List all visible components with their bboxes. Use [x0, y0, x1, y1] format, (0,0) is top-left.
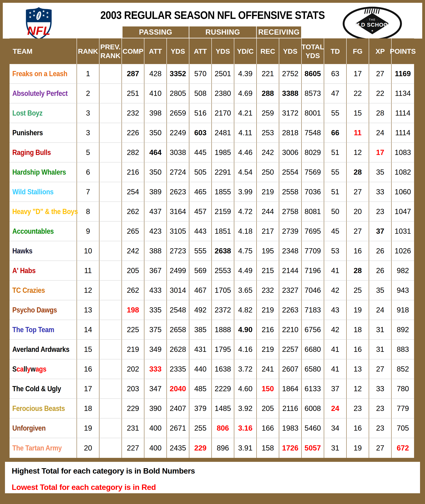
stat-cell: 569 — [189, 261, 212, 281]
stat-cell: 158 — [257, 438, 279, 458]
stat-cell: 1888 — [212, 320, 234, 340]
stat-cell: 205 — [257, 399, 279, 418]
stat-cell: 467 — [189, 281, 212, 300]
stat-cell: 4.75 — [234, 241, 257, 261]
stat-cell: 1026 — [392, 241, 414, 261]
stat-cell: 232 — [257, 281, 279, 300]
stat-cell: 4.21 — [234, 103, 257, 123]
team-name: Freaks on a Leash — [12, 70, 67, 78]
prev-rank-cell — [100, 379, 122, 399]
stat-cell: 17 — [347, 64, 369, 84]
stat-cell: 1638 — [212, 359, 234, 379]
stat-cell: 2257 — [279, 340, 302, 359]
stat-cell: 28 — [347, 162, 369, 182]
stat-cell: 47 — [324, 84, 347, 103]
stat-cell: 6680 — [302, 340, 324, 359]
stat-cell: 2499 — [167, 261, 189, 281]
rank-cell: 5 — [77, 143, 100, 162]
team-name: The Top Team — [12, 325, 54, 334]
stat-cell: 431 — [189, 340, 212, 359]
prev-rank-cell — [100, 182, 122, 202]
stat-cell: 3388 — [279, 84, 302, 103]
stat-cell: 2144 — [279, 261, 302, 281]
stat-cell: 63 — [324, 64, 347, 84]
team-cell: TC Crazies — [10, 281, 77, 300]
stat-cell: 227 — [122, 438, 144, 458]
stat-cell: 555 — [189, 241, 212, 261]
stat-cell: 226 — [122, 123, 144, 143]
stat-cell: 215 — [257, 261, 279, 281]
stat-cell: 982 — [392, 261, 414, 281]
stat-cell: 12 — [347, 379, 369, 399]
stat-cell: 251 — [122, 84, 144, 103]
stat-cell: 219 — [257, 182, 279, 202]
stat-cell: 3.72 — [234, 359, 257, 379]
stat-cell: 1114 — [392, 103, 414, 123]
stat-cell: 4.69 — [234, 84, 257, 103]
stat-cell: 66 — [324, 123, 347, 143]
team-cell: Scallywags — [10, 359, 77, 379]
stat-cell: 219 — [257, 300, 279, 320]
stat-cell: 217 — [257, 222, 279, 241]
stat-cell: 242 — [257, 143, 279, 162]
stat-cell: 41 — [324, 359, 347, 379]
stat-cell: 203 — [122, 379, 144, 399]
stat-cell: 2724 — [167, 162, 189, 182]
stat-cell: 31 — [369, 340, 392, 359]
col-header-prev-rank: PREV. RANK — [100, 38, 122, 64]
stat-cell: 27 — [369, 438, 392, 458]
stat-cell: 282 — [122, 143, 144, 162]
stat-cell: 1985 — [212, 143, 234, 162]
stat-cell: 6756 — [302, 320, 324, 340]
chevron-right-icon: > — [385, 21, 388, 27]
stat-cell: 8573 — [302, 84, 324, 103]
rank-cell: 14 — [77, 320, 100, 340]
stat-cell: 2671 — [167, 418, 189, 438]
rank-cell: 15 — [77, 340, 100, 359]
stat-cell: 33 — [369, 379, 392, 399]
stat-cell: 1083 — [392, 143, 414, 162]
stat-cell: 250 — [257, 162, 279, 182]
stat-cell: 2818 — [279, 123, 302, 143]
rank-cell: 17 — [77, 379, 100, 399]
rank-cell: 12 — [77, 281, 100, 300]
stat-cell: 20 — [347, 202, 369, 222]
stat-cell: 216 — [122, 162, 144, 182]
group-header-receiving: RECEIVING — [257, 27, 302, 38]
stat-cell: 457 — [189, 202, 212, 222]
stat-cell: 2348 — [279, 241, 302, 261]
stat-cell: 433 — [144, 281, 167, 300]
stat-cell: 1114 — [392, 123, 414, 143]
stat-cell: 2159 — [212, 202, 234, 222]
prev-rank-cell — [100, 84, 122, 103]
stat-cell: 7695 — [302, 222, 324, 241]
stat-cell: 7196 — [302, 261, 324, 281]
stat-cell: 2739 — [279, 222, 302, 241]
team-name: Lost Boyz — [12, 109, 43, 117]
stat-cell: 410 — [144, 84, 167, 103]
stat-cell: 400 — [144, 438, 167, 458]
stat-cell: 1060 — [392, 182, 414, 202]
team-cell: The Cold & Ugly — [10, 379, 77, 399]
stat-cell: 7709 — [302, 241, 324, 261]
stat-cell: 221 — [257, 64, 279, 84]
stat-cell: 5057 — [302, 438, 324, 458]
prev-rank-cell — [100, 281, 122, 300]
prev-rank-cell — [100, 340, 122, 359]
stat-cell: 16 — [347, 340, 369, 359]
stat-cell: 27 — [347, 222, 369, 241]
prev-rank-cell — [100, 162, 122, 182]
team-name: The Tartan Army — [12, 444, 62, 452]
stat-cell: 2723 — [167, 241, 189, 261]
stats-table: PASSING RUSHING RECEIVING TEAM RANK PREV… — [10, 27, 414, 458]
stat-cell: 780 — [392, 379, 414, 399]
stat-cell: 3352 — [167, 64, 189, 84]
stat-cell: 2501 — [212, 64, 234, 84]
stat-cell: 23 — [369, 202, 392, 222]
col-header-rush-att: ATT — [189, 38, 212, 64]
stat-cell: 2607 — [279, 359, 302, 379]
prev-rank-cell — [100, 261, 122, 281]
stat-cell: 4.90 — [234, 320, 257, 340]
rank-cell: 11 — [77, 261, 100, 281]
stat-cell: 2372 — [212, 300, 234, 320]
